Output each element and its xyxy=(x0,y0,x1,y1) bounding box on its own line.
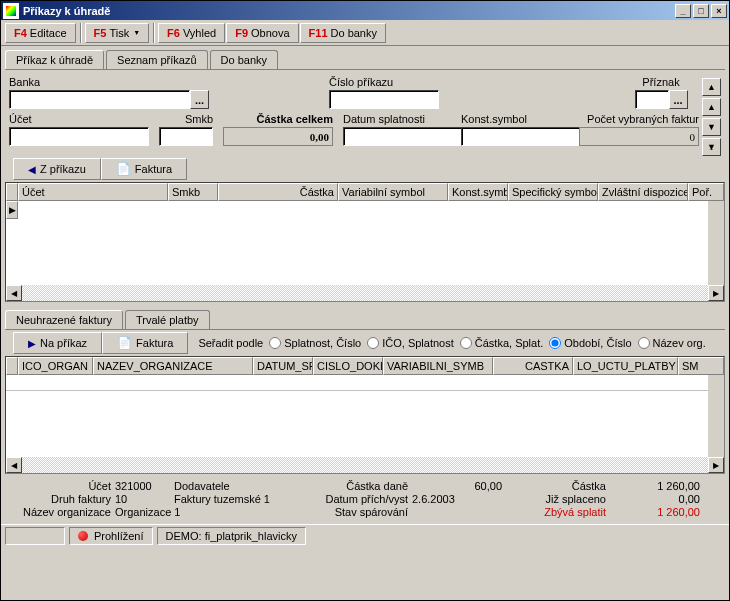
summary-invtype-label: Druh faktury xyxy=(11,493,111,505)
col-ico[interactable]: ICO_ORGAN xyxy=(18,357,93,375)
summary-account-desc: Dodavatele xyxy=(174,480,304,492)
col-account[interactable]: Účet xyxy=(18,183,168,201)
refresh-button[interactable]: F9Obnova xyxy=(226,23,298,43)
bank-lookup-button[interactable]: ... xyxy=(190,90,209,109)
grid1-hscroll[interactable]: ◀ ▶ xyxy=(6,285,724,301)
col-special[interactable]: Zvláštní dispozice xyxy=(598,183,688,201)
tab-unpaid[interactable]: Neuhrazené faktury xyxy=(5,310,123,329)
main-tabs: Příkaz k úhradě Seznam příkazů Do banky xyxy=(1,46,729,69)
summary-orgname-value: Organizace 1 xyxy=(115,506,304,518)
dropdown-icon: ▼ xyxy=(133,29,140,36)
app-icon xyxy=(3,3,19,19)
tab-recurring[interactable]: Trvalé platby xyxy=(125,310,210,329)
scroll-top-button[interactable]: ▲_ xyxy=(702,78,721,96)
summary-datein-label: Datum přích/vyst xyxy=(308,493,408,505)
count-value xyxy=(579,127,699,146)
grid1-vscroll[interactable] xyxy=(708,201,724,285)
col-payacct[interactable]: LO_UCTU_PLATBY xyxy=(573,357,678,375)
scroll-down-button[interactable]: ▼ xyxy=(702,118,721,136)
account-input[interactable] xyxy=(9,127,149,146)
col-order[interactable]: Poř. xyxy=(688,183,724,201)
scroll-left-icon[interactable]: ◀ xyxy=(6,457,22,473)
flag-input[interactable] xyxy=(635,90,669,109)
due-label: Datum splatnosti xyxy=(343,113,451,125)
sort-opt-1[interactable]: Splatnost, Číslo xyxy=(269,337,361,349)
summary-paid-label: Již splaceno xyxy=(506,493,606,505)
summary-taxamt-label: Částka daně xyxy=(308,480,408,492)
grid2-hscroll[interactable]: ◀ ▶ xyxy=(6,457,724,473)
tab-order[interactable]: Příkaz k úhradě xyxy=(5,50,104,69)
sort-opt-2[interactable]: IČO, Splatnost xyxy=(367,337,454,349)
tab-list[interactable]: Seznam příkazů xyxy=(106,50,207,69)
col-docno[interactable]: CISLO_DOKL xyxy=(313,357,383,375)
total-value xyxy=(223,127,333,146)
col-smkb[interactable]: Smkb xyxy=(168,183,218,201)
page-icon: 📄 xyxy=(116,162,131,176)
sort-opt-5[interactable]: Název org. xyxy=(638,337,706,349)
main-toolbar: F4Editace F5Tisk▼ F6Vyhled F9Obnova F11D… xyxy=(1,20,729,46)
arrow-left-icon: ◀ xyxy=(28,164,36,175)
invoice-button-1[interactable]: 📄Faktura xyxy=(101,158,187,180)
summary-amount-value: 1 260,00 xyxy=(610,480,700,492)
summary-account-label: Účet xyxy=(11,480,111,492)
summary-pairstat-label: Stav spárování xyxy=(308,506,408,518)
grid2-body[interactable] xyxy=(6,375,724,457)
col-sm[interactable]: SM xyxy=(678,357,724,375)
order-items-grid[interactable]: Účet Smkb Částka Variabilní symbol Konst… xyxy=(5,182,725,302)
count-label: Počet vybraných faktur xyxy=(579,113,699,125)
row-header-corner xyxy=(6,183,18,201)
bank-input[interactable] xyxy=(9,90,190,109)
arrow-right-icon: ▶ xyxy=(28,338,36,349)
summary-invtype-value: 10 xyxy=(115,493,170,505)
scroll-up-button[interactable]: ▲ xyxy=(702,98,721,116)
summary-account-value: 321000 xyxy=(115,480,170,492)
status-pane-1 xyxy=(5,527,65,545)
summary-remain-value: 1 260,00 xyxy=(610,506,700,518)
col-datesp[interactable]: DATUM_SF xyxy=(253,357,313,375)
tab-tobank[interactable]: Do banky xyxy=(210,50,278,69)
status-bar: Prohlížení DEMO: fi_platprik_hlavicky xyxy=(1,524,729,546)
scroll-bottom-button[interactable]: ▼_ xyxy=(702,138,721,156)
scroll-left-icon[interactable]: ◀ xyxy=(6,285,22,301)
grid1-body[interactable]: ▶ xyxy=(6,201,724,285)
to-order-button[interactable]: ▶Na příkaz xyxy=(13,332,102,354)
summary-remain-label: Zbývá splatit xyxy=(506,506,606,518)
window-title: Příkazy k úhradě xyxy=(23,5,675,17)
col-orgname[interactable]: NAZEV_ORGANIZACE xyxy=(93,357,253,375)
maximize-button[interactable]: □ xyxy=(693,4,709,18)
edit-button[interactable]: F4Editace xyxy=(5,23,76,43)
col-amount2[interactable]: CASTKA xyxy=(493,357,573,375)
col-amount[interactable]: Částka xyxy=(218,183,338,201)
title-bar: Příkazy k úhradě _ □ × xyxy=(1,1,729,20)
flag-lookup-button[interactable]: ... xyxy=(669,90,688,109)
col-specsym[interactable]: Specifický symbo xyxy=(508,183,598,201)
sort-opt-3[interactable]: Částka, Splat. xyxy=(460,337,543,349)
summary-panel: Účet 321000 Dodavatele Částka daně 60,00… xyxy=(1,474,729,524)
record-dot-icon xyxy=(78,531,88,541)
scroll-right-icon[interactable]: ▶ xyxy=(708,457,724,473)
col-varsym2[interactable]: VARIABILNI_SYMB xyxy=(383,357,493,375)
total-label: Částka celkem xyxy=(223,113,333,125)
invoice-button-2[interactable]: 📄Faktura xyxy=(102,332,188,354)
print-button[interactable]: F5Tisk▼ xyxy=(85,23,150,43)
status-mode: Prohlížení xyxy=(69,527,153,545)
sort-opt-4[interactable]: Období, Číslo xyxy=(549,337,631,349)
bottom-tabs: Neuhrazené faktury Trvalé platby xyxy=(1,306,729,329)
close-button[interactable]: × xyxy=(711,4,727,18)
view-button[interactable]: F6Vyhled xyxy=(158,23,225,43)
flag-label: Příznak xyxy=(642,76,679,88)
bank-label: Banka xyxy=(9,76,209,88)
summary-paid-value: 0,00 xyxy=(610,493,700,505)
sort-options: Splatnost, Číslo IČO, Splatnost Částka, … xyxy=(269,337,706,349)
from-order-button[interactable]: ◀Z příkazu xyxy=(13,158,101,180)
scroll-right-icon[interactable]: ▶ xyxy=(708,285,724,301)
unpaid-invoices-grid[interactable]: ICO_ORGAN NAZEV_ORGANIZACE DATUM_SF CISL… xyxy=(5,356,725,474)
smkb-input[interactable] xyxy=(159,127,213,146)
col-constsym[interactable]: Konst.symb xyxy=(448,183,508,201)
grid2-vscroll[interactable] xyxy=(708,375,724,457)
col-varsym[interactable]: Variabilní symbol xyxy=(338,183,448,201)
minimize-button[interactable]: _ xyxy=(675,4,691,18)
page-icon: 📄 xyxy=(117,336,132,350)
tobank-button[interactable]: F11Do banky xyxy=(300,23,386,43)
orderno-input[interactable] xyxy=(329,90,439,109)
